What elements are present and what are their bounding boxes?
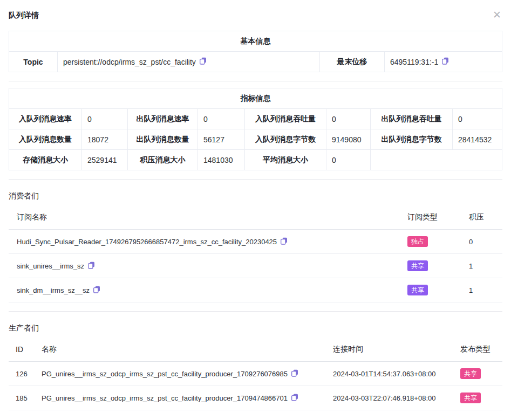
- producers-section-title: 生产者们: [9, 323, 502, 333]
- metric-value: 1481030: [198, 150, 245, 170]
- copy-icon[interactable]: [281, 237, 288, 246]
- producer-id: 126: [9, 362, 35, 386]
- metric-value: 0: [453, 109, 502, 129]
- empty-cell: [371, 150, 502, 170]
- metric-label: 出队列消息数量: [128, 129, 198, 150]
- table-row: 入队列消息速率 0 出队列消息速率 0 入队列消息吞吐量 0 出队列消息吞吐量 …: [9, 109, 502, 129]
- metric-label: 入队列消息吞吐量: [245, 109, 326, 129]
- metric-value: 18072: [82, 129, 128, 150]
- consumers-section-title: 消费者们: [9, 191, 502, 201]
- producers-table: ID 名称 连接时间 发布类型 126 PG_unires__irms_sz_o…: [9, 336, 502, 410]
- metric-value: 0: [82, 109, 128, 129]
- subscription-name: sink_unires__irms_sz: [17, 262, 84, 270]
- table-row: Hudi_Sync_Pulsar_Reader_1749267952666857…: [9, 230, 502, 254]
- metric-value: 28414532: [453, 129, 502, 150]
- metrics-table: 指标信息 入队列消息速率 0 出队列消息速率 0 入队列消息吞吐量 0 出队列消…: [9, 88, 502, 170]
- table-row: 185 PG_unires__irms_sz_odcp_irms_sz_pst_…: [9, 386, 502, 410]
- column-header-subscription-name: 订阅名称: [9, 204, 399, 230]
- basic-info-section-header: 基本信息: [9, 31, 502, 52]
- metric-label: 积压消息大小: [128, 150, 198, 170]
- backlog-value: 1: [461, 254, 502, 278]
- last-offset-label: 最末位移: [320, 52, 385, 72]
- queue-details-dialog: 队列详情 ✕ 基本信息 Topic persistent://odcp/irms…: [0, 0, 511, 410]
- subscription-name: sink_dm__irms_sz__sz: [17, 286, 90, 294]
- producer-id: 185: [9, 386, 35, 410]
- copy-icon[interactable]: [291, 394, 298, 403]
- section-divider: [9, 179, 502, 180]
- metric-value: 0: [326, 150, 371, 170]
- table-row: 入队列消息数量 18072 出队列消息数量 56127 入队列消息字节数 914…: [9, 129, 502, 150]
- metric-label: 出队列消息速率: [128, 109, 198, 129]
- topic-label: Topic: [9, 52, 58, 72]
- table-header-row: 订阅名称 订阅类型 积压: [9, 204, 502, 230]
- section-divider: [9, 81, 502, 81]
- dialog-header: 队列详情 ✕: [9, 0, 502, 20]
- table-header-row: ID 名称 连接时间 发布类型: [9, 336, 502, 362]
- metric-label: 入队列消息数量: [9, 129, 82, 150]
- copy-icon[interactable]: [88, 261, 95, 271]
- consumers-table: 订阅名称 订阅类型 积压 Hudi_Sync_Pulsar_Reader_174…: [9, 204, 502, 302]
- metric-label: 出队列消息字节数: [371, 129, 453, 150]
- close-icon[interactable]: ✕: [492, 10, 502, 20]
- metric-label: 出队列消息吞吐量: [371, 109, 453, 129]
- table-row: sink_dm__irms_sz__sz 共享 1: [9, 278, 502, 302]
- column-header-publish-type: 发布类型: [452, 336, 502, 362]
- metric-label: 入队列消息速率: [9, 109, 82, 129]
- subscription-type-badge: 共享: [407, 285, 428, 295]
- subscription-type-badge: 独占: [407, 236, 428, 247]
- metrics-section-header: 指标信息: [9, 88, 502, 109]
- subscription-type-badge: 共享: [407, 260, 428, 271]
- metric-label: 平均消息大小: [245, 150, 326, 170]
- subscription-name: Hudi_Sync_Pulsar_Reader_1749267952666857…: [17, 238, 277, 246]
- connect-time: 2024-03-01T14:54:37.063+08:00: [325, 362, 452, 386]
- column-header-name: 名称: [35, 336, 325, 362]
- producer-name: PG_unires__irms_sz_odcp_irms_sz_pst_cc_f…: [42, 370, 288, 378]
- table-row: sink_unires__irms_sz 共享 1: [9, 254, 502, 278]
- backlog-value: 0: [461, 230, 502, 254]
- section-divider: [9, 311, 502, 312]
- basic-info-table: 基本信息 Topic persistent://odcp/irms_sz_pst…: [9, 31, 502, 72]
- publish-type-badge: 共享: [460, 368, 481, 379]
- metric-value: 9149080: [326, 129, 371, 150]
- table-row: 126 PG_unires__irms_sz_odcp_irms_sz_pst_…: [9, 362, 502, 386]
- backlog-value: 1: [461, 278, 502, 302]
- dialog-title: 队列详情: [9, 10, 39, 20]
- connect-time: 2024-03-03T22:07:46.918+08:00: [325, 386, 452, 410]
- table-row: Topic persistent://odcp/irms_sz_pst/cc_f…: [9, 52, 502, 72]
- metric-value: 0: [198, 109, 245, 129]
- copy-icon[interactable]: [291, 369, 298, 378]
- copy-icon[interactable]: [442, 57, 449, 66]
- column-header-id: ID: [9, 336, 35, 362]
- metric-value: 0: [326, 109, 371, 129]
- metric-value: 2529141: [82, 150, 128, 170]
- copy-icon[interactable]: [93, 286, 100, 295]
- publish-type-badge: 共享: [460, 393, 481, 403]
- metric-value: 56127: [198, 129, 245, 150]
- producer-name: PG_unires__irms_sz_odcp_irms_sz_pst_cc_f…: [42, 394, 288, 402]
- copy-icon[interactable]: [200, 57, 207, 66]
- metric-label: 存储消息大小: [9, 150, 82, 170]
- column-header-subscription-type: 订阅类型: [399, 204, 461, 230]
- table-row: 基本信息: [9, 31, 502, 52]
- topic-value: persistent://odcp/irms_sz_pst/cc_facilit…: [63, 58, 196, 66]
- column-header-connect-time: 连接时间: [325, 336, 452, 362]
- table-row: 指标信息: [9, 88, 502, 109]
- last-offset-value: 6495119:31:-1: [390, 58, 438, 66]
- metric-label: 入队列消息字节数: [245, 129, 326, 150]
- table-row: 存储消息大小 2529141 积压消息大小 1481030 平均消息大小 0: [9, 150, 502, 170]
- column-header-backlog: 积压: [461, 204, 502, 230]
